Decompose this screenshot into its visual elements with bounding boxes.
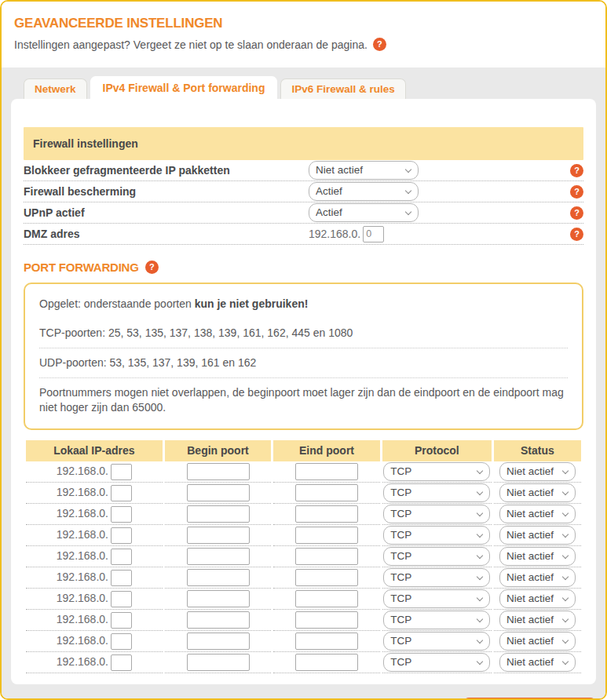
setting-row-dmz: DMZ adres 192.168.0. ?: [24, 224, 583, 245]
port-range-note: Poortnummers mogen niet overlappen, de b…: [39, 378, 568, 422]
setting-row-upnp: UPnP actief Actief ?: [24, 202, 583, 224]
row-ip-octet-input[interactable]: [111, 464, 132, 480]
help-icon[interactable]: ?: [570, 228, 583, 241]
save-row: Wijzigingen opslaan: [2, 684, 605, 700]
tab-ipv4-firewall-port-forwarding[interactable]: IPv4 Firewall & Port forwarding: [90, 76, 278, 99]
begin-port-input[interactable]: [187, 527, 250, 544]
status-select[interactable]: Niet actief: [499, 632, 576, 651]
status-select[interactable]: Niet actief: [499, 505, 576, 523]
begin-port-input[interactable]: [187, 569, 250, 586]
protocol-select[interactable]: TCP: [383, 462, 490, 481]
content-zone: Netwerk IPv4 Firewall & Port forwarding …: [2, 67, 605, 700]
settings-page: GEAVANCEERDE INSTELLINGEN Instellingen a…: [0, 0, 607, 700]
dmz-ip-octet-input[interactable]: [363, 226, 384, 242]
port-forward-row: 192.168.0. TCP Niet actief: [26, 610, 581, 631]
column-header-begin-poort: Begin poort: [165, 440, 272, 461]
protocol-select[interactable]: TCP: [383, 611, 490, 629]
block-fragmented-ip-select[interactable]: Niet actief: [309, 161, 419, 180]
begin-port-input[interactable]: [187, 590, 250, 607]
setting-row-firewall-protection: Firewall bescherming Actief ?: [24, 181, 583, 202]
status-select[interactable]: Niet actief: [499, 483, 576, 502]
status-select[interactable]: Niet actief: [499, 568, 576, 587]
row-ip-prefix: 192.168.0.: [57, 486, 108, 498]
row-ip-octet-input[interactable]: [111, 527, 132, 544]
page-header: GEAVANCEERDE INSTELLINGEN Instellingen a…: [2, 2, 605, 67]
row-ip-octet-input[interactable]: [111, 612, 132, 629]
begin-port-input[interactable]: [187, 633, 250, 650]
end-port-input[interactable]: [295, 611, 358, 629]
row-ip-octet-input[interactable]: [111, 570, 132, 586]
port-forward-row: 192.168.0. TCP Niet actief: [26, 461, 581, 483]
end-port-input[interactable]: [295, 569, 358, 586]
row-ip-prefix: 192.168.0.: [57, 549, 108, 562]
begin-port-input[interactable]: [187, 611, 250, 629]
status-select[interactable]: Niet actief: [499, 653, 576, 672]
status-select[interactable]: Niet actief: [499, 589, 576, 608]
row-ip-prefix: 192.168.0.: [57, 613, 108, 625]
end-port-input[interactable]: [295, 527, 358, 544]
row-ip-prefix: 192.168.0.: [57, 634, 108, 647]
end-port-input[interactable]: [295, 633, 358, 650]
status-select[interactable]: Niet actief: [499, 462, 576, 481]
begin-port-input[interactable]: [187, 548, 250, 565]
setting-label: Firewall bescherming: [24, 185, 309, 198]
begin-port-input[interactable]: [187, 463, 250, 480]
status-select[interactable]: Niet actief: [499, 526, 576, 545]
setting-label: DMZ adres: [24, 228, 309, 240]
tab-netwerk[interactable]: Netwerk: [24, 78, 87, 99]
row-ip-prefix: 192.168.0.: [57, 465, 108, 477]
row-ip-octet-input[interactable]: [111, 506, 132, 523]
firewall-settings: Blokkeer gefragmenteerde IP pakketten Ni…: [24, 160, 583, 245]
protocol-select[interactable]: TCP: [383, 505, 490, 523]
protocol-select[interactable]: TCP: [383, 653, 490, 672]
column-header-eind-poort: Eind poort: [273, 440, 380, 461]
row-ip-prefix: 192.168.0.: [57, 592, 108, 604]
setting-label: Blokkeer gefragmenteerde IP pakketten: [24, 164, 309, 177]
port-forward-row: 192.168.0. TCP Niet actief: [26, 525, 581, 546]
row-ip-octet-input[interactable]: [111, 549, 132, 565]
end-port-input[interactable]: [295, 654, 358, 671]
udp-ports-note: UDP-poorten: 53, 135, 137, 139, 161 en 1…: [39, 348, 568, 378]
begin-port-input[interactable]: [187, 505, 250, 523]
protocol-select[interactable]: TCP: [383, 547, 490, 566]
help-icon[interactable]: ?: [570, 185, 583, 199]
begin-port-input[interactable]: [187, 654, 250, 671]
setting-label: UPnP actief: [24, 206, 309, 219]
protocol-select[interactable]: TCP: [383, 568, 490, 587]
page-title: GEAVANCEERDE INSTELLINGEN: [14, 16, 593, 31]
end-port-input[interactable]: [295, 590, 358, 607]
row-ip-octet-input[interactable]: [111, 485, 132, 501]
status-select[interactable]: Niet actief: [499, 547, 576, 566]
page-intro-text: Instellingen aangepast? Vergeet ze niet …: [14, 38, 367, 51]
row-ip-octet-input[interactable]: [111, 654, 132, 671]
help-icon[interactable]: ?: [145, 261, 159, 274]
end-port-input[interactable]: [295, 548, 358, 565]
row-ip-prefix: 192.168.0.: [57, 528, 108, 541]
protocol-select[interactable]: TCP: [383, 632, 490, 651]
protocol-select[interactable]: TCP: [383, 526, 490, 545]
end-port-input[interactable]: [295, 484, 358, 501]
row-ip-octet-input[interactable]: [111, 591, 132, 607]
port-forwarding-title: PORT FORWARDING ?: [24, 261, 583, 274]
tab-bar: Netwerk IPv4 Firewall & Port forwarding …: [2, 67, 605, 99]
row-ip-octet-input[interactable]: [111, 633, 132, 650]
setting-row-block-fragmented-ip: Blokkeer gefragmenteerde IP pakketten Ni…: [24, 160, 583, 181]
end-port-input[interactable]: [295, 463, 358, 480]
port-forward-row: 192.168.0. TCP Niet actief: [26, 504, 581, 525]
dmz-ip-prefix: 192.168.0.: [309, 228, 360, 240]
protocol-select[interactable]: TCP: [383, 483, 490, 502]
upnp-select[interactable]: Actief: [309, 203, 419, 222]
port-forward-row: 192.168.0. TCP Niet actief: [26, 567, 581, 589]
firewall-protection-select[interactable]: Actief: [309, 182, 419, 201]
begin-port-input[interactable]: [187, 484, 250, 501]
tab-ipv6-firewall-rules[interactable]: IPv6 Firewall & rules: [280, 78, 405, 99]
row-ip-prefix: 192.168.0.: [57, 507, 108, 520]
port-forward-row: 192.168.0. TCP Niet actief: [26, 589, 581, 610]
protocol-select[interactable]: TCP: [383, 589, 490, 608]
help-icon[interactable]: ?: [570, 164, 583, 177]
end-port-input[interactable]: [295, 505, 358, 523]
help-icon[interactable]: ?: [570, 206, 583, 220]
status-select[interactable]: Niet actief: [499, 611, 576, 629]
tcp-ports-note: TCP-poorten: 25, 53, 135, 137, 138, 139,…: [39, 319, 568, 348]
help-icon[interactable]: ?: [373, 38, 386, 51]
